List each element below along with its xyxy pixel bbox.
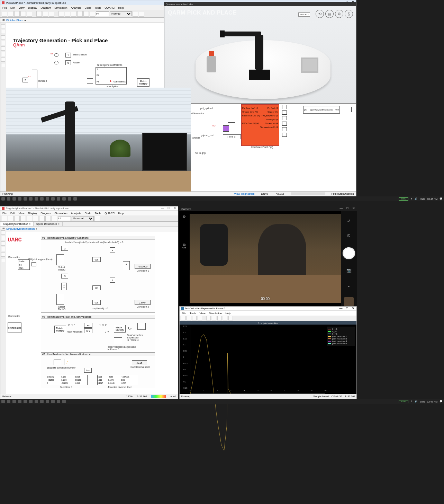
menu-display[interactable]: Display xyxy=(28,6,37,9)
stop-time-input[interactable] xyxy=(58,216,71,221)
up-button[interactable] xyxy=(27,216,32,221)
sin-block[interactable]: sin xyxy=(92,285,101,290)
menu-edit[interactable]: Edit xyxy=(10,6,15,9)
outport-kine[interactable] xyxy=(31,262,36,266)
saturation-block[interactable] xyxy=(228,116,235,123)
maximize-icon[interactable]: □ xyxy=(345,307,350,310)
menu-edit[interactable]: Edit xyxy=(10,212,15,215)
minimize-icon[interactable]: — xyxy=(160,206,165,210)
search-icon[interactable] xyxy=(7,197,10,201)
new-button[interactable] xyxy=(2,216,7,221)
tab-singularity[interactable]: SingularityIdentification× xyxy=(0,222,34,226)
inv-block[interactable]: Inv xyxy=(84,368,92,373)
clock[interactable]: 12:47 PM xyxy=(427,400,437,403)
legend-item[interactable]: joint velocities:4 xyxy=(328,343,354,345)
pan-icon[interactable] xyxy=(1,41,5,45)
fit-icon[interactable] xyxy=(1,35,5,39)
kinematics-subsystem[interactable]: theta p4 R04 xyxy=(18,259,30,270)
app-icon-10[interactable] xyxy=(73,197,77,201)
sim-mode-select[interactable]: External xyxy=(72,216,94,221)
menu-display[interactable]: Display xyxy=(28,212,37,215)
close-icon[interactable]: ✕ xyxy=(351,206,356,210)
close-icon[interactable]: ✕ xyxy=(172,206,177,210)
wifi-icon[interactable]: ⋔ xyxy=(410,400,413,403)
product-2[interactable]: × xyxy=(110,277,115,283)
battery-badge[interactable]: 60% xyxy=(399,197,408,201)
explorer-button[interactable] xyxy=(49,11,54,17)
run-button[interactable] xyxy=(45,216,51,221)
reload-icon[interactable]: ⟲ xyxy=(316,10,324,18)
lang-badge[interactable]: ENG xyxy=(420,198,425,200)
taskview-icon[interactable] xyxy=(18,400,21,403)
app-icon-3[interactable] xyxy=(35,400,38,403)
sound-icon[interactable]: 🔊 xyxy=(415,197,418,200)
forward-kinematics-block[interactable]: phi qarmForwardKinematics R04 xyxy=(303,106,340,114)
zoom-in-icon[interactable] xyxy=(1,230,5,235)
menu-code[interactable]: Code xyxy=(85,6,91,9)
fast-restart-button[interactable] xyxy=(133,11,138,17)
out-gripper[interactable] xyxy=(282,110,287,115)
library-button[interactable] xyxy=(36,11,42,17)
menu-file[interactable]: File xyxy=(2,6,7,9)
plot-area[interactable]: 0.250.20.150.10.050-0.05-0.1-0.15-0.2-0.… xyxy=(180,325,356,394)
chevron-down-icon[interactable]: ⌄ xyxy=(345,282,352,289)
matlab-fn-block[interactable]: ƒ xyxy=(64,359,70,365)
model-config-button[interactable] xyxy=(43,11,48,17)
camera-viewport[interactable]: 00:00 xyxy=(190,214,341,303)
app-icon-1[interactable] xyxy=(24,197,27,201)
qarm-3d-viewer[interactable]: Quanser Interactive Labs QARM PICK AND P… xyxy=(164,2,356,104)
record-button[interactable] xyxy=(90,11,95,17)
cos-block-2[interactable]: cos xyxy=(92,300,101,305)
wifi-icon[interactable]: ⋔ xyxy=(410,197,413,200)
zoomy-button[interactable] xyxy=(217,316,222,320)
const-l2[interactable]: l2 xyxy=(61,246,68,251)
out-phi[interactable] xyxy=(282,105,287,109)
search-icon[interactable] xyxy=(7,400,10,403)
status-diag[interactable]: View diagnostics xyxy=(234,192,254,195)
stop-time-input[interactable] xyxy=(96,11,109,16)
menu-analysis[interactable]: Analysis xyxy=(71,6,81,9)
display-cond1[interactable]: -0.02006 xyxy=(135,264,151,269)
app-icon-8[interactable] xyxy=(62,197,66,201)
windows-taskbar-top[interactable]: 60% ⋔ 🔊 ENG 10:45 PM 💬 xyxy=(0,196,444,201)
tab-speed[interactable]: Speed Disturbance× xyxy=(34,222,63,226)
menu-help[interactable]: Help xyxy=(225,312,231,315)
maximize-icon[interactable]: □ xyxy=(166,206,171,210)
notif-icon[interactable]: 💬 xyxy=(440,197,443,200)
pause-button[interactable] xyxy=(71,11,76,17)
config-button[interactable] xyxy=(181,316,185,320)
fit-icon[interactable] xyxy=(1,241,5,246)
gripper-array-display[interactable]: [ 0 0 0 0 ] xyxy=(223,134,241,139)
menu-simulation[interactable]: Simulation xyxy=(209,312,222,315)
matrix-multiply-3[interactable]: Matrix Multiply xyxy=(114,325,126,333)
zoom-button[interactable] xyxy=(206,316,211,320)
book-icon[interactable]: ▤ xyxy=(325,10,334,18)
annotate-icon[interactable] xyxy=(1,46,5,51)
menu-tools[interactable]: Tools xyxy=(190,312,196,315)
menu-help[interactable]: Help xyxy=(118,212,124,215)
start-icon[interactable] xyxy=(1,400,5,403)
zoom-in-icon[interactable] xyxy=(1,24,5,28)
title-bar[interactable]: SingularityIdentification * - Simulink t… xyxy=(0,206,178,211)
alkine-subsystem[interactable]: alKinematics xyxy=(8,322,21,333)
app-icon-8[interactable] xyxy=(62,400,66,403)
sound-icon[interactable]: 🔊 xyxy=(415,400,418,403)
terminator-1[interactable] xyxy=(345,107,352,112)
menu-help[interactable]: Help xyxy=(118,6,124,9)
photo-mode-icon[interactable]: 📷 xyxy=(345,267,352,274)
menu-simulation[interactable]: Simulation xyxy=(54,6,67,9)
app-icon-4[interactable] xyxy=(40,197,44,201)
app-icon-5[interactable] xyxy=(46,197,49,201)
matrix-multiply-block[interactable]: Matrix Multiply xyxy=(137,78,149,87)
const-start[interactable]: 1 xyxy=(65,53,71,58)
sum-block-a[interactable]: ++ xyxy=(61,283,67,290)
switch-camera-icon[interactable]: ⤾ xyxy=(345,218,352,224)
viewer-titlebar[interactable]: Quanser Interactive Labs xyxy=(164,2,356,6)
stop-button[interactable] xyxy=(192,316,197,320)
app-icon-1[interactable] xyxy=(24,400,27,403)
menu-diagram[interactable]: Diagram xyxy=(40,212,51,215)
selector-pf[interactable] xyxy=(87,78,93,84)
step-fwd-button[interactable] xyxy=(65,11,70,17)
out-phidot[interactable] xyxy=(282,116,287,120)
windows-taskbar-bottom[interactable]: 62% ⋔ 🔊 ENG 12:47 PM 💬 xyxy=(0,399,444,404)
